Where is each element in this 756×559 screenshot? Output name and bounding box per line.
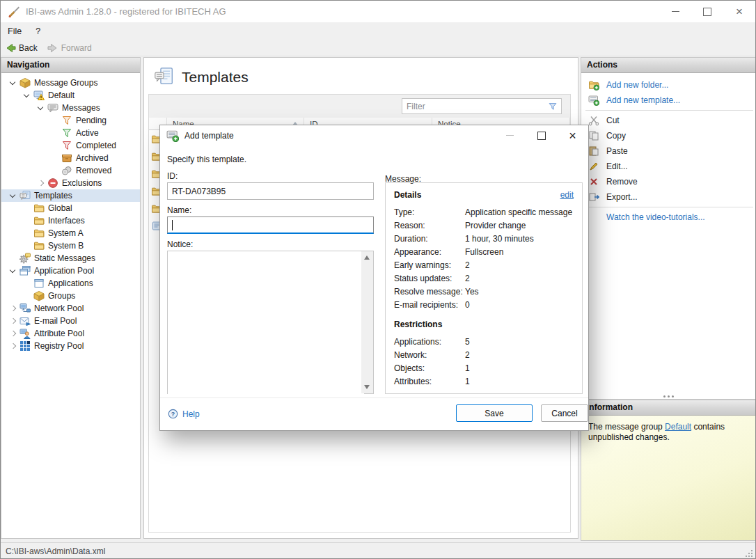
action-copy[interactable]: Copy bbox=[581, 128, 756, 143]
filter-input[interactable] bbox=[402, 102, 548, 111]
detail-label: Network: bbox=[394, 350, 465, 360]
save-button[interactable]: Save bbox=[456, 404, 533, 422]
tree-item-active[interactable]: Active bbox=[1, 127, 140, 139]
actions-panel: Actions Add new folder...Add new templat… bbox=[581, 57, 756, 400]
tree-item-registry-pool[interactable]: Registry Pool bbox=[1, 340, 140, 352]
action-remove[interactable]: Remove bbox=[581, 174, 756, 189]
detail-value: Provider change bbox=[465, 221, 526, 230]
tree-item-attribute-pool[interactable]: Attribute Pool bbox=[1, 327, 140, 340]
forward-button[interactable]: Forward bbox=[43, 40, 97, 56]
dialog-maximize-button[interactable] bbox=[526, 125, 557, 145]
tree-item-messages[interactable]: Messages bbox=[1, 102, 140, 114]
back-button[interactable]: Back bbox=[1, 40, 43, 56]
action-paste[interactable]: Paste bbox=[581, 143, 756, 159]
tree-item-default[interactable]: Default bbox=[1, 89, 140, 102]
page-title: Templates bbox=[182, 69, 249, 86]
action-cut[interactable]: Cut bbox=[581, 113, 756, 128]
detail-label: E-mail recipients: bbox=[394, 300, 465, 310]
tree-item-exclusions[interactable]: Exclusions bbox=[1, 177, 140, 189]
maximize-button[interactable] bbox=[691, 1, 723, 22]
menu-help[interactable]: ? bbox=[29, 24, 47, 39]
id-input[interactable] bbox=[167, 182, 374, 200]
action-edit[interactable]: Edit... bbox=[581, 159, 756, 174]
tree-expanded-chevron-icon[interactable] bbox=[7, 77, 19, 88]
action-export[interactable]: Export... bbox=[581, 189, 756, 205]
tree-expanded-chevron-icon[interactable] bbox=[7, 190, 19, 201]
box-icon bbox=[19, 77, 31, 88]
dialog-minimize-button[interactable] bbox=[494, 125, 526, 145]
funnel-red-icon bbox=[61, 140, 72, 151]
tree-item-system-a[interactable]: System A bbox=[1, 227, 140, 239]
tree-expanded-chevron-icon[interactable] bbox=[7, 265, 19, 276]
notice-textarea[interactable] bbox=[168, 251, 364, 396]
page-header: Templates bbox=[154, 67, 249, 87]
tree-item-network-pool[interactable]: Network Pool bbox=[1, 302, 140, 315]
detail-value: 1 bbox=[465, 377, 470, 386]
tree-collapsed-chevron-icon[interactable] bbox=[7, 328, 19, 339]
minimize-button[interactable] bbox=[659, 1, 691, 22]
tree-item-global[interactable]: Global bbox=[1, 202, 140, 214]
back-arrow-icon bbox=[5, 42, 16, 54]
default-group-link[interactable]: Default bbox=[665, 422, 691, 432]
tree-item-label: E-mail Pool bbox=[34, 316, 77, 326]
app-logo-icon bbox=[8, 6, 20, 18]
panel-splitter-handle[interactable] bbox=[581, 393, 756, 400]
gear-speech-icon bbox=[19, 253, 31, 264]
help-link[interactable]: Help bbox=[168, 409, 200, 419]
tree-item-e-mail-pool[interactable]: E-mail Pool bbox=[1, 315, 140, 327]
close-button[interactable]: × bbox=[723, 1, 755, 22]
tree-collapsed-chevron-icon[interactable] bbox=[7, 315, 19, 326]
template-add-icon bbox=[588, 95, 599, 106]
cancel-button[interactable]: Cancel bbox=[541, 404, 588, 422]
tree-item-system-b[interactable]: System B bbox=[1, 239, 140, 252]
tree-item-templates[interactable]: Templates bbox=[1, 189, 140, 202]
tree-item-groups[interactable]: Groups bbox=[1, 290, 140, 302]
tree-collapsed-chevron-icon[interactable] bbox=[7, 340, 19, 352]
tree-collapsed-chevron-icon[interactable] bbox=[7, 303, 19, 314]
name-input[interactable] bbox=[167, 216, 374, 234]
action-label: Paste bbox=[606, 146, 628, 156]
window-controls: × bbox=[659, 1, 755, 22]
splitter-dot bbox=[672, 395, 674, 397]
filter-funnel-icon[interactable] bbox=[548, 102, 558, 111]
remove-icon bbox=[588, 176, 599, 187]
name-label: Name: bbox=[167, 205, 191, 215]
notice-scrollbar[interactable] bbox=[361, 251, 373, 393]
tree-indent-spacer bbox=[21, 215, 33, 226]
detail-row: Resolve message:Yes bbox=[394, 285, 574, 298]
resize-grip[interactable] bbox=[745, 549, 753, 558]
tree-indent-spacer bbox=[21, 290, 33, 301]
statusbar: C:\IBI-aws\Admin\Data.xml bbox=[1, 542, 755, 559]
tree-item-applications[interactable]: Applications bbox=[1, 277, 140, 290]
detail-value: 0 bbox=[465, 300, 470, 310]
notice-container bbox=[167, 251, 374, 394]
tree-item-archived[interactable]: Archived bbox=[1, 152, 140, 164]
tree-expanded-chevron-icon[interactable] bbox=[21, 90, 33, 101]
action-add-new-folder[interactable]: Add new folder... bbox=[581, 77, 756, 93]
tree-indent-spacer bbox=[21, 228, 33, 239]
funnel-green-icon bbox=[61, 127, 72, 139]
tree-expanded-chevron-icon[interactable] bbox=[35, 102, 47, 113]
edit-link[interactable]: edit bbox=[560, 190, 574, 200]
tree-item-completed[interactable]: Completed bbox=[1, 139, 140, 152]
dialog-close-button[interactable]: × bbox=[557, 125, 588, 145]
tree-item-removed[interactable]: Removed bbox=[1, 164, 140, 177]
detail-row: Status updates:2 bbox=[394, 271, 574, 285]
tree-item-static-messages[interactable]: Static Messages bbox=[1, 252, 140, 265]
registry-icon bbox=[19, 340, 31, 352]
detail-value: Yes bbox=[465, 287, 479, 297]
detail-label: Type: bbox=[394, 207, 465, 217]
action-label: Copy bbox=[606, 131, 626, 141]
action-add-new-template[interactable]: Add new template... bbox=[581, 93, 756, 108]
tree-collapsed-chevron-icon[interactable] bbox=[35, 178, 47, 189]
detail-label: Applications: bbox=[394, 337, 465, 347]
menu-file[interactable]: File bbox=[1, 24, 29, 39]
tree-item-application-pool[interactable]: Application Pool bbox=[1, 265, 140, 277]
scroll-down-icon[interactable] bbox=[364, 385, 370, 389]
tree-item-message-groups[interactable]: Message Groups bbox=[1, 77, 140, 89]
tree-item-interfaces[interactable]: Interfaces bbox=[1, 214, 140, 227]
detail-row: Objects:1 bbox=[394, 361, 574, 375]
tree-item-pending[interactable]: Pending bbox=[1, 114, 140, 127]
action-watch-the-video-tutorials[interactable]: Watch the video-tutorials... bbox=[581, 210, 756, 225]
scroll-up-icon[interactable] bbox=[364, 255, 370, 260]
